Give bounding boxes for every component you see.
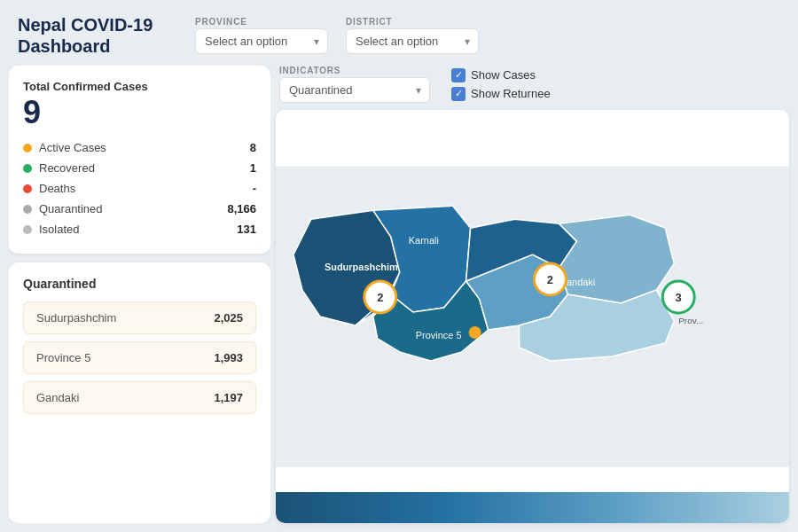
quarantined-label: Quarantined — [39, 202, 103, 215]
show-returnee-checkbox[interactable]: ✓ Show Returnee — [451, 87, 551, 101]
district-select-group: DISTRICT Select an option — [346, 17, 479, 54]
province-row-province5[interactable]: Province 5 1,993 — [23, 341, 256, 374]
active-cases-label: Active Cases — [39, 141, 106, 154]
isolated-row: Isolated 131 — [23, 219, 256, 239]
isolated-label: Isolated — [39, 223, 80, 236]
show-returnee-check-icon: ✓ — [451, 87, 466, 101]
main-content: Total Confirmed Cases 9 Active Cases 8 R… — [0, 66, 798, 532]
deaths-label: Deaths — [39, 182, 75, 195]
indicator-label: INDICATORS — [279, 66, 430, 75]
total-confirmed-count: 9 — [23, 97, 256, 129]
map-area: INDICATORS Quarantined ✓ Show Cases ✓ Sh… — [276, 66, 789, 523]
recovered-left: Recovered — [23, 161, 95, 175]
deaths-left: Deaths — [23, 182, 75, 195]
province-value-gandaki: 1,197 — [214, 391, 243, 404]
page-title: Nepal COVID-19Dashboard — [18, 14, 160, 57]
province-label: PROVINCE — [195, 17, 328, 27]
deaths-row: Deaths - — [23, 178, 256, 199]
recovered-row: Recovered 1 — [23, 158, 256, 178]
active-cases-value: 8 — [250, 141, 256, 154]
quarantined-value: 8,166 — [227, 202, 256, 215]
district-select-wrapper[interactable]: Select an option — [346, 28, 479, 54]
map-container: Sudurpashchim Karnali Province 5 Gandaki… — [276, 110, 789, 523]
stats-card: Total Confirmed Cases 9 Active Cases 8 R… — [9, 66, 270, 254]
province-name-province5: Province 5 — [36, 351, 90, 364]
active-cases-left: Active Cases — [23, 141, 106, 154]
show-cases-checkbox[interactable]: ✓ Show Cases — [451, 68, 551, 82]
marker-label-province1: 3 — [676, 291, 682, 304]
legend-bar — [276, 492, 789, 523]
quarantined-left: Quarantined — [23, 202, 103, 215]
province-row-gandaki[interactable]: Gandaki 1,197 — [23, 381, 256, 414]
sudurpashchim-label: Sudurpashchim — [325, 262, 398, 272]
sidebar: Total Confirmed Cases 9 Active Cases 8 R… — [9, 66, 270, 523]
province5-label: Province 5 — [416, 330, 462, 340]
show-cases-check-icon: ✓ — [451, 68, 466, 82]
marker-dot-province5 — [469, 326, 481, 339]
recovered-value: 1 — [250, 161, 256, 175]
checkboxes: ✓ Show Cases ✓ Show Returnee — [451, 68, 551, 101]
header-selects: PROVINCE Select an option DISTRICT Selec… — [195, 17, 479, 54]
province-value-province5: 1,993 — [214, 351, 243, 364]
active-cases-dot — [23, 144, 32, 153]
recovered-label: Recovered — [39, 161, 95, 175]
isolated-dot — [23, 225, 32, 234]
nepal-map-svg: Sudurpashchim Karnali Province 5 Gandaki… — [276, 110, 789, 523]
show-returnee-label: Show Returnee — [471, 87, 551, 100]
district-select[interactable]: Select an option — [346, 28, 479, 54]
province-name-gandaki: Gandaki — [36, 391, 79, 404]
active-cases-row: Active Cases 8 — [23, 137, 256, 158]
deaths-value: - — [253, 182, 256, 195]
marker-label-sudurpashchim: 2 — [377, 291, 383, 304]
indicator-select[interactable]: Quarantined — [279, 77, 430, 103]
prov-partial-label: Prov... — [678, 316, 703, 325]
show-cases-label: Show Cases — [471, 68, 536, 82]
province-select[interactable]: Select an option — [195, 28, 328, 54]
indicator-group: INDICATORS Quarantined — [279, 66, 430, 103]
recovered-dot — [23, 164, 32, 173]
indicator-select-wrapper[interactable]: Quarantined — [279, 77, 430, 103]
total-confirmed-label: Total Confirmed Cases — [23, 80, 256, 93]
province-row-sudurpashchim[interactable]: Sudurpashchim 2,025 — [23, 301, 256, 334]
karnali-label: Karnali — [409, 235, 439, 246]
marker-label-gandaki: 2 — [547, 273, 553, 286]
isolated-value: 131 — [237, 223, 256, 236]
header: Nepal COVID-19Dashboard PROVINCE Select … — [0, 0, 798, 66]
province-name-sudurpashchim: Sudurpashchim — [36, 311, 116, 325]
quarantined-dot — [23, 205, 32, 214]
isolated-left: Isolated — [23, 223, 80, 236]
quarantine-title: Quarantined — [23, 277, 256, 291]
province-value-sudurpashchim: 2,025 — [214, 311, 243, 325]
deaths-dot — [23, 184, 32, 193]
quarantine-card: Quarantined Sudurpashchim 2,025 Province… — [9, 262, 270, 523]
province-select-group: PROVINCE Select an option — [195, 17, 328, 54]
map-controls: INDICATORS Quarantined ✓ Show Cases ✓ Sh… — [276, 66, 789, 110]
quarantined-row: Quarantined 8,166 — [23, 199, 256, 219]
province-select-wrapper[interactable]: Select an option — [195, 28, 328, 54]
district-label: DISTRICT — [346, 17, 479, 27]
